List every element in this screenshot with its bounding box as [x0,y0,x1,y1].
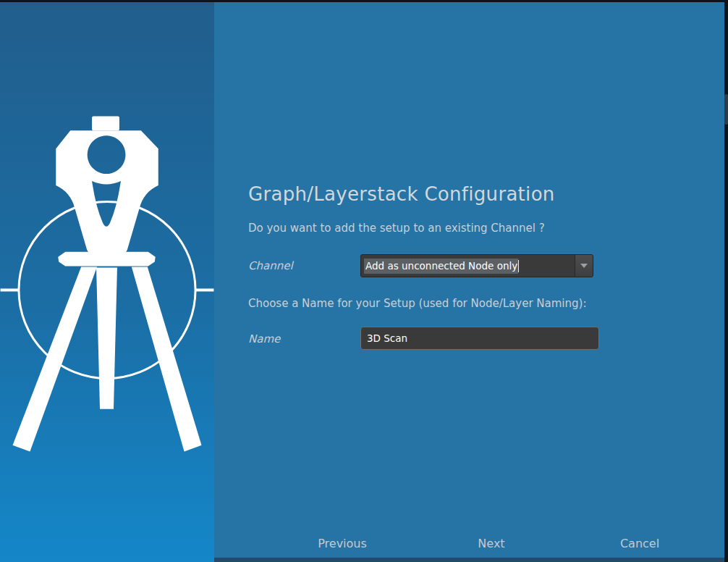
tripod-right-leg [132,267,202,452]
crosshair-tick-right [195,288,214,291]
channel-select-value-wrap: Add as unconnected Node only [364,255,574,277]
tripod-bar [58,252,155,267]
name-prompt-text: Choose a Name for your Setup (used for N… [248,297,586,310]
name-input[interactable] [360,327,599,350]
page-title: Graph/Layerstack Configuration [248,183,555,205]
channel-label: Channel [248,259,293,272]
name-label: Name [248,332,280,345]
channel-select[interactable]: Add as unconnected Node only [360,254,593,277]
scrollbar-thumb[interactable] [724,94,728,125]
text-cursor [518,260,519,272]
previous-button[interactable]: Previous [313,535,371,552]
chevron-down-icon [580,264,588,268]
branding-panel [0,2,214,562]
tripod-center-post [96,268,117,409]
crosshair-tick-left [1,288,20,291]
cancel-button[interactable]: Cancel [616,535,664,552]
channel-select-dropdown-button[interactable] [575,255,593,277]
channel-selected-option: Add as unconnected Node only [364,259,518,274]
instrument-head [56,130,158,253]
channel-question-text: Do you want to add the setup to an exist… [248,222,545,235]
total-station-icon [0,2,214,562]
window-bottom-edge [214,558,724,562]
wizard-page: Graph/Layerstack Configuration Do you wa… [214,2,724,558]
next-button[interactable]: Next [473,535,509,552]
tripod-left-leg [13,267,98,452]
instrument-knob [92,116,119,130]
